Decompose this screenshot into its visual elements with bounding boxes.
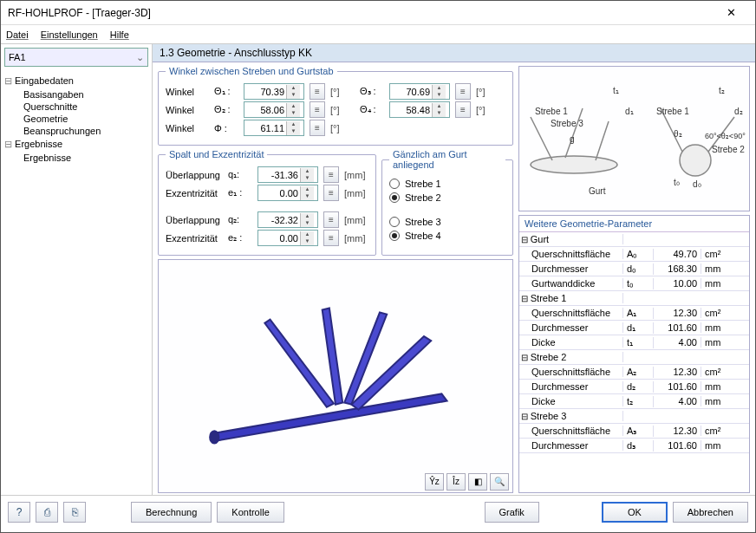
sym-q2: q₂: [228, 214, 252, 225]
input-phi[interactable]: ▲▼ [244, 120, 304, 136]
stepper-e2[interactable]: ≡ [323, 230, 339, 246]
check-button[interactable]: Kontrolle [217, 502, 284, 523]
dl-t0: t₀ [674, 178, 680, 187]
sym-q1: q₁: [228, 169, 252, 180]
group-flush: Gänzlich am Gurt anliegend Strebe 1 Stre… [381, 149, 513, 256]
menu-datei[interactable]: Datei [6, 29, 29, 40]
dl-t2: t₂ [719, 86, 725, 95]
content: Winkel zwischen Streben und Gurtstab Win… [153, 62, 755, 495]
radio-strebe2[interactable]: Strebe 2 [389, 192, 505, 203]
bottom-bar: ? ⎙ ⎘ Berechnung Kontrolle Grafik OK Abb… [1, 495, 755, 528]
tool-iz[interactable]: Îz [446, 473, 466, 491]
label-ecc-1: Exzentrizität [166, 188, 223, 198]
dl-strebe1b: Strebe 1 [656, 107, 689, 116]
svg-point-0 [210, 431, 218, 443]
section-title: 1.3 Geometrie - Anschlusstyp KK [153, 44, 755, 62]
label-winkel-p: Winkel [166, 123, 209, 133]
right-panel: 1.3 Geometrie - Anschlusstyp KK Winkel z… [153, 44, 755, 495]
unit-deg-1: [°] [330, 87, 355, 97]
tree-item-basisangaben[interactable]: Basisangaben [23, 88, 148, 101]
main-area: FA1 ⌄ Eingabedaten Basisangaben Querschn… [1, 44, 755, 495]
window-title: RF-HOHLPROF - [Traeger-3D] [8, 7, 714, 19]
tree-item-geometrie[interactable]: Geometrie [23, 113, 148, 125]
dl-strebe3: Strebe 3 [551, 119, 583, 128]
content-right: Strebe 1 Strebe 3 Gurt g t₁ d₁ Strebe 1 … [518, 66, 750, 493]
input-theta2[interactable]: ▲▼ [244, 101, 304, 118]
unit-deg-2: [°] [330, 105, 355, 115]
radio-strebe3[interactable]: Strebe 3 [389, 217, 505, 227]
dl-th2: θ₂ [674, 129, 682, 139]
tree-cat-eingabedaten[interactable]: Eingabedaten [4, 75, 148, 87]
grp-s3[interactable]: Strebe 3 [519, 411, 623, 421]
input-theta3[interactable]: ▲▼ [389, 83, 450, 100]
tree-item-ergebnisse[interactable]: Ergebnisse [23, 152, 148, 164]
dl-d0: d₀ [693, 179, 701, 189]
sym-phi: Φ : [214, 123, 238, 133]
dl-gurt: Gurt [589, 186, 605, 196]
unit-mm-q1: [mm] [344, 170, 368, 180]
stepper-q1[interactable]: ≡ [323, 166, 339, 183]
params-box: Weitere Geometrie-Parameter Gurt Quersch… [518, 215, 750, 493]
ok-button[interactable]: OK [602, 502, 668, 523]
stepper-theta1[interactable]: ≡ [310, 83, 325, 100]
input-e2[interactable]: ▲▼ [257, 230, 318, 246]
input-q2[interactable]: ▲▼ [257, 211, 318, 228]
menu-einstellungen[interactable]: Einstellungen [41, 29, 98, 40]
unit-deg-p: [°] [330, 123, 355, 133]
input-q1[interactable]: ▲▼ [257, 166, 318, 183]
combo-value: FA1 [9, 52, 26, 62]
nav-tree: Eingabedaten Basisangaben Querschnitte G… [1, 70, 152, 495]
legend-gap: Spalt und Exzentrizität [166, 149, 267, 159]
stepper-theta3[interactable]: ≡ [455, 83, 471, 100]
stepper-q2[interactable]: ≡ [323, 211, 339, 228]
input-theta4[interactable]: ▲▼ [389, 101, 450, 118]
grp-gurt[interactable]: Gurt [519, 234, 623, 244]
legend-angles: Winkel zwischen Streben und Gurtstab [166, 66, 337, 76]
radio-strebe4[interactable]: Strebe 4 [389, 231, 505, 241]
label-ecc-2: Exzentrizität [166, 233, 223, 244]
dl-cond: 60°<θ₂<90° [705, 132, 746, 140]
sym-theta1: Θ₁ : [214, 86, 238, 97]
params-table[interactable]: Gurt QuerschnittsflächeA₀49.70cm² Durchm… [519, 232, 749, 492]
preview-toolbar: Ŷz Îz ◧ 🔍 [425, 473, 509, 491]
menubar: Datei Einstellungen Hilfe [1, 25, 755, 44]
svg-line-4 [596, 121, 609, 160]
dl-d1: d₁ [625, 107, 634, 116]
export-icon[interactable]: ⎘ [63, 502, 86, 523]
tree-item-querschnitte[interactable]: Querschnitte [23, 101, 148, 113]
close-button[interactable]: ✕ [714, 2, 748, 24]
tool-yz[interactable]: Ŷz [425, 473, 444, 491]
svg-point-1 [531, 156, 617, 173]
help-icon[interactable]: ? [8, 502, 30, 523]
sym-e1: e₁ : [228, 187, 252, 198]
stepper-phi[interactable]: ≡ [310, 120, 325, 136]
tool-cube-icon[interactable]: ◧ [468, 473, 487, 491]
input-e1[interactable]: ▲▼ [257, 185, 318, 201]
menu-hilfe[interactable]: Hilfe [110, 29, 129, 40]
tree-item-beanspruchungen[interactable]: Beanspruchungen [23, 125, 148, 137]
stepper-theta4[interactable]: ≡ [455, 101, 471, 118]
dl-d2: d₂ [734, 107, 743, 116]
sym-theta3: Θ₃ : [360, 86, 384, 97]
preview-3d[interactable]: Ŷz Îz ◧ 🔍 [158, 259, 513, 493]
unit-mm-e1: [mm] [344, 188, 368, 198]
calc-button[interactable]: Berechnung [131, 502, 212, 523]
grp-s2[interactable]: Strebe 2 [519, 352, 623, 362]
dl-strebe2: Strebe 2 [712, 145, 745, 154]
group-angles: Winkel zwischen Streben und Gurtstab Win… [158, 66, 513, 146]
tool-zoom-icon[interactable]: 🔍 [490, 473, 509, 491]
case-combo[interactable]: FA1 ⌄ [4, 48, 148, 67]
radio-strebe1[interactable]: Strebe 1 [389, 179, 505, 189]
grp-s1[interactable]: Strebe 1 [519, 293, 623, 303]
unit-deg-3: [°] [476, 87, 500, 97]
legend-flush: Gänzlich am Gurt anliegend [389, 149, 505, 170]
stepper-theta2[interactable]: ≡ [310, 101, 325, 118]
input-theta1[interactable]: ▲▼ [244, 83, 304, 100]
grafik-button[interactable]: Grafik [485, 502, 539, 523]
sym-theta4: Θ₄ : [360, 104, 384, 115]
cancel-button[interactable]: Abbrechen [673, 502, 748, 523]
stepper-e1[interactable]: ≡ [323, 185, 339, 201]
tree-cat-ergebnisse[interactable]: Ergebnisse [4, 139, 148, 150]
import-icon[interactable]: ⎙ [36, 502, 58, 523]
preview-3d-svg [159, 260, 512, 492]
